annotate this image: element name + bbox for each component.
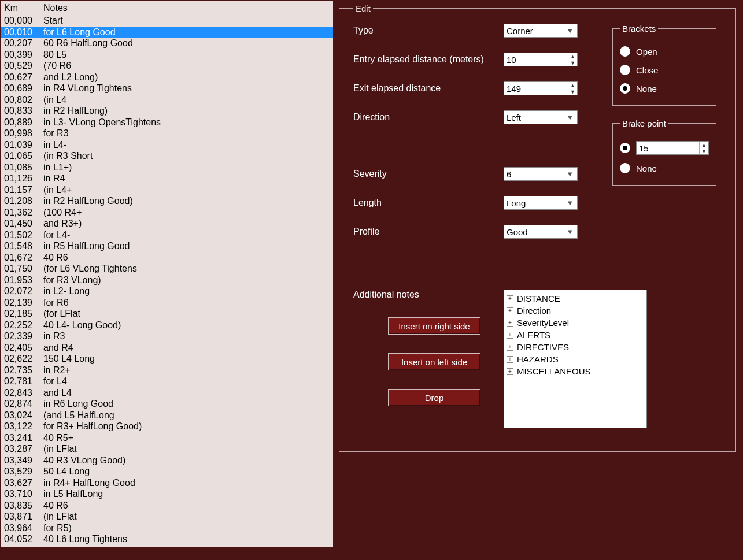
tree-expand-icon[interactable]: + bbox=[507, 368, 513, 375]
list-row[interactable]: 01,953for R3 VLong) bbox=[1, 275, 333, 286]
list-row[interactable]: 02,843and L4 bbox=[1, 387, 333, 399]
pacenotes-list[interactable]: 00,000Start00,010for L6 Long Good00,2076… bbox=[1, 15, 333, 547]
label-entry: Entry elapsed distance (meters) bbox=[353, 54, 504, 65]
list-row[interactable]: 02,622150 L4 Long bbox=[1, 353, 333, 365]
brackets-close-radio[interactable]: Close bbox=[620, 65, 709, 75]
insert-left-button[interactable]: Insert on left side bbox=[388, 353, 480, 370]
list-row[interactable]: 00,802(in L4 bbox=[1, 94, 333, 106]
list-row[interactable]: 02,072in L2- Long bbox=[1, 285, 333, 297]
tree-item-label: DISTANCE bbox=[517, 292, 560, 305]
tree-item[interactable]: +Direction bbox=[505, 305, 645, 317]
cell-km: 01,039 bbox=[4, 139, 43, 151]
list-row[interactable]: 01,065(in R3 Short bbox=[1, 150, 333, 162]
list-row[interactable]: 02,139for R6 bbox=[1, 297, 333, 309]
label-profile: Profile bbox=[353, 227, 504, 237]
tree-item[interactable]: +DIRECTIVES bbox=[505, 341, 645, 353]
cell-km: 01,126 bbox=[4, 173, 43, 184]
radio-icon bbox=[620, 163, 630, 173]
tree-expand-icon[interactable]: + bbox=[507, 320, 513, 327]
column-header-km[interactable]: Km bbox=[4, 3, 43, 13]
list-row[interactable]: 03,710in L5 HalfLong bbox=[1, 488, 333, 500]
tree-item[interactable]: +DISTANCE bbox=[505, 292, 645, 305]
cell-notes: 150 L4 Long bbox=[43, 353, 330, 365]
profile-select[interactable]: Good ▾ bbox=[504, 225, 578, 239]
additional-notes-tree[interactable]: +DISTANCE+Direction+SeverityLevel+ALERTS… bbox=[504, 290, 647, 428]
spinner-arrows-icon[interactable]: ▲▼ bbox=[568, 82, 577, 95]
list-row[interactable]: 01,085in L1+) bbox=[1, 162, 333, 173]
tree-item[interactable]: +SeverityLevel bbox=[505, 317, 645, 329]
cell-km: 03,349 bbox=[4, 455, 43, 466]
list-row[interactable]: 00,833in R2 HalfLong) bbox=[1, 105, 333, 117]
list-row[interactable]: 03,34940 R3 VLong Good) bbox=[1, 455, 333, 466]
list-row[interactable]: 01,750(for L6 VLong Tightens bbox=[1, 263, 333, 275]
insert-right-button[interactable]: Insert on right side bbox=[388, 317, 480, 335]
list-row[interactable]: 02,735in R2+ bbox=[1, 365, 333, 376]
severity-select[interactable]: 6 ▾ bbox=[504, 167, 578, 181]
list-row[interactable]: 01,208in R2 HalfLong Good) bbox=[1, 195, 333, 207]
list-row[interactable]: 01,126in R4 bbox=[1, 173, 333, 184]
tree-expand-icon[interactable]: + bbox=[507, 332, 513, 339]
list-row[interactable]: 01,039in L4- bbox=[1, 139, 333, 151]
list-row[interactable]: 02,339in R3 bbox=[1, 331, 333, 342]
cell-km: 02,874 bbox=[4, 398, 43, 410]
tree-expand-icon[interactable]: + bbox=[507, 356, 513, 363]
tree-expand-icon[interactable]: + bbox=[507, 307, 513, 314]
list-row[interactable]: 03,964for R5) bbox=[1, 522, 333, 534]
list-row[interactable]: 03,24140 R5+ bbox=[1, 432, 333, 444]
list-row[interactable]: 00,39980 L5 bbox=[1, 49, 333, 61]
brake-point-none-radio[interactable]: None bbox=[620, 163, 709, 173]
list-row[interactable]: 03,627in R4+ HalfLong Good bbox=[1, 477, 333, 489]
edit-legend: Edit bbox=[353, 3, 373, 13]
list-row[interactable]: 00,889in L3- VLong OpensTightens bbox=[1, 117, 333, 128]
tree-expand-icon[interactable]: + bbox=[507, 295, 513, 302]
tree-item[interactable]: +HAZARDS bbox=[505, 353, 645, 365]
tree-item[interactable]: +ALERTS bbox=[505, 329, 645, 341]
list-row[interactable]: 00,689in R4 VLong Tightens bbox=[1, 83, 333, 94]
list-row[interactable]: 00,998for R3 bbox=[1, 128, 333, 139]
list-row[interactable]: 02,25240 L4- Long Good) bbox=[1, 320, 333, 331]
length-select[interactable]: Long ▾ bbox=[504, 196, 578, 210]
brake-point-value-radio[interactable]: 15 ▲▼ bbox=[620, 141, 709, 155]
list-row[interactable]: 02,781for L4 bbox=[1, 376, 333, 387]
tree-item-label: HAZARDS bbox=[517, 353, 559, 365]
list-row[interactable]: 01,362(100 R4+ bbox=[1, 207, 333, 218]
list-row[interactable]: 01,157(in L4+ bbox=[1, 184, 333, 196]
list-row[interactable]: 03,024(and L5 HalfLong bbox=[1, 410, 333, 421]
list-row[interactable]: 03,83540 R6 bbox=[1, 500, 333, 511]
brake-point-legend: Brake point bbox=[620, 118, 668, 128]
list-row[interactable]: 03,871(in LFlat bbox=[1, 511, 333, 522]
brackets-none-radio[interactable]: None bbox=[620, 83, 709, 94]
list-row[interactable]: 00,010for L6 Long Good bbox=[1, 27, 333, 38]
brake-point-input[interactable]: 15 ▲▼ bbox=[636, 141, 709, 155]
brackets-open-radio[interactable]: Open bbox=[620, 46, 709, 57]
list-row[interactable]: 00,20760 R6 HalfLong Good bbox=[1, 38, 333, 49]
list-row[interactable]: 00,529(70 R6 bbox=[1, 60, 333, 72]
cell-notes: for R6 bbox=[43, 297, 330, 309]
drop-button[interactable]: Drop bbox=[388, 389, 480, 406]
direction-select[interactable]: Left ▾ bbox=[504, 110, 578, 124]
list-row[interactable]: 03,122for R3+ HalfLong Good) bbox=[1, 421, 333, 432]
tree-expand-icon[interactable]: + bbox=[507, 344, 513, 351]
column-header-notes[interactable]: Notes bbox=[43, 3, 330, 13]
spinner-arrows-icon[interactable]: ▲▼ bbox=[568, 53, 577, 66]
list-row[interactable]: 00,627and L2 Long) bbox=[1, 72, 333, 83]
cell-km: 01,953 bbox=[4, 275, 43, 286]
list-row[interactable]: 03,287(in LFlat bbox=[1, 443, 333, 455]
list-row[interactable]: 01,502for L4- bbox=[1, 229, 333, 241]
list-row[interactable]: 01,67240 R6 bbox=[1, 252, 333, 264]
list-row[interactable]: 00,000Start bbox=[1, 15, 333, 27]
list-row[interactable]: 02,874in R6 Long Good bbox=[1, 398, 333, 410]
list-row[interactable]: 01,450and R3+) bbox=[1, 218, 333, 229]
tree-item-label: MISCELLANEOUS bbox=[517, 365, 591, 377]
spinner-arrows-icon[interactable]: ▲▼ bbox=[699, 142, 708, 154]
list-row[interactable]: 02,185(for LFlat bbox=[1, 308, 333, 320]
entry-distance-input[interactable]: 10 ▲▼ bbox=[504, 53, 578, 66]
exit-distance-input[interactable]: 149 ▲▼ bbox=[504, 81, 578, 95]
list-row[interactable]: 01,548in R5 HalfLong Good bbox=[1, 240, 333, 252]
tree-item[interactable]: +MISCELLANEOUS bbox=[505, 365, 645, 377]
type-select[interactable]: Corner ▾ bbox=[504, 24, 578, 38]
list-row[interactable]: 02,405and R4 bbox=[1, 342, 333, 354]
list-row[interactable]: 03,52950 L4 Long bbox=[1, 466, 333, 477]
cell-km: 01,502 bbox=[4, 229, 43, 241]
list-row[interactable]: 04,05240 L6 Long Tightens bbox=[1, 533, 333, 545]
